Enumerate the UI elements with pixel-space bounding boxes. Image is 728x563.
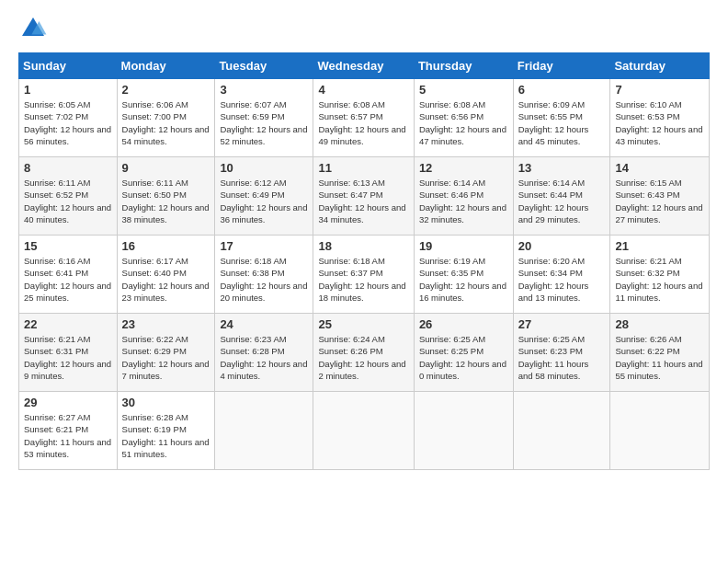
calendar-cell: 24 Sunrise: 6:23 AMSunset: 6:28 PMDaylig… xyxy=(215,314,313,392)
calendar-cell xyxy=(610,392,710,470)
calendar-cell: 5 Sunrise: 6:08 AMSunset: 6:56 PMDayligh… xyxy=(414,79,513,157)
calendar-cell: 22 Sunrise: 6:21 AMSunset: 6:31 PMDaylig… xyxy=(19,314,118,392)
calendar-cell: 26 Sunrise: 6:25 AMSunset: 6:25 PMDaylig… xyxy=(414,314,513,392)
day-number: 21 xyxy=(615,239,704,253)
day-info: Sunrise: 6:28 AMSunset: 6:19 PMDaylight:… xyxy=(122,412,210,459)
calendar-table: SundayMondayTuesdayWednesdayThursdayFrid… xyxy=(18,52,710,470)
day-info: Sunrise: 6:09 AMSunset: 6:55 PMDaylight:… xyxy=(518,99,589,146)
calendar-cell: 27 Sunrise: 6:25 AMSunset: 6:23 PMDaylig… xyxy=(513,314,610,392)
calendar-cell xyxy=(513,392,610,470)
calendar-cell: 12 Sunrise: 6:14 AMSunset: 6:46 PMDaylig… xyxy=(414,157,513,236)
day-number: 7 xyxy=(615,83,704,97)
calendar-cell: 11 Sunrise: 6:13 AMSunset: 6:47 PMDaylig… xyxy=(313,157,414,236)
calendar-cell: 4 Sunrise: 6:08 AMSunset: 6:57 PMDayligh… xyxy=(313,79,414,157)
day-number: 19 xyxy=(419,239,508,253)
weekday-header: Friday xyxy=(513,53,610,79)
day-info: Sunrise: 6:25 AMSunset: 6:23 PMDaylight:… xyxy=(518,334,589,381)
calendar-cell: 2 Sunrise: 6:06 AMSunset: 7:00 PMDayligh… xyxy=(117,79,215,157)
weekday-header: Thursday xyxy=(414,53,513,79)
day-info: Sunrise: 6:08 AMSunset: 6:57 PMDaylight:… xyxy=(318,99,405,146)
day-info: Sunrise: 6:24 AMSunset: 6:26 PMDaylight:… xyxy=(318,334,405,381)
calendar-cell xyxy=(313,392,414,470)
day-number: 11 xyxy=(318,161,408,175)
calendar-cell: 1 Sunrise: 6:05 AMSunset: 7:02 PMDayligh… xyxy=(19,79,118,157)
calendar-cell: 21 Sunrise: 6:21 AMSunset: 6:32 PMDaylig… xyxy=(610,236,710,314)
calendar-week-row: 1 Sunrise: 6:05 AMSunset: 7:02 PMDayligh… xyxy=(19,79,710,157)
day-number: 5 xyxy=(419,83,508,97)
calendar-week-row: 15 Sunrise: 6:16 AMSunset: 6:41 PMDaylig… xyxy=(19,236,710,314)
calendar-cell: 16 Sunrise: 6:17 AMSunset: 6:40 PMDaylig… xyxy=(117,236,215,314)
day-number: 4 xyxy=(318,83,408,97)
calendar-week-row: 29 Sunrise: 6:27 AMSunset: 6:21 PMDaylig… xyxy=(19,392,710,470)
day-info: Sunrise: 6:26 AMSunset: 6:22 PMDaylight:… xyxy=(615,334,702,381)
weekday-header: Monday xyxy=(117,53,215,79)
day-number: 15 xyxy=(24,239,112,253)
day-info: Sunrise: 6:11 AMSunset: 6:50 PMDaylight:… xyxy=(122,178,210,224)
day-number: 20 xyxy=(518,239,606,253)
calendar-cell: 14 Sunrise: 6:15 AMSunset: 6:43 PMDaylig… xyxy=(610,157,710,236)
calendar-cell: 17 Sunrise: 6:18 AMSunset: 6:38 PMDaylig… xyxy=(215,236,313,314)
day-number: 30 xyxy=(122,396,210,409)
calendar-header-row: SundayMondayTuesdayWednesdayThursdayFrid… xyxy=(19,53,710,79)
day-number: 1 xyxy=(24,83,112,97)
day-info: Sunrise: 6:08 AMSunset: 6:56 PMDaylight:… xyxy=(419,99,506,146)
day-number: 14 xyxy=(615,161,704,175)
day-number: 18 xyxy=(318,239,408,253)
calendar-cell: 30 Sunrise: 6:28 AMSunset: 6:19 PMDaylig… xyxy=(117,392,215,470)
day-info: Sunrise: 6:10 AMSunset: 6:53 PMDaylight:… xyxy=(615,99,702,146)
day-info: Sunrise: 6:21 AMSunset: 6:32 PMDaylight:… xyxy=(615,256,702,303)
calendar-cell: 28 Sunrise: 6:26 AMSunset: 6:22 PMDaylig… xyxy=(610,314,710,392)
calendar-cell: 10 Sunrise: 6:12 AMSunset: 6:49 PMDaylig… xyxy=(215,157,313,236)
day-info: Sunrise: 6:06 AMSunset: 7:00 PMDaylight:… xyxy=(122,99,210,146)
day-info: Sunrise: 6:11 AMSunset: 6:52 PMDaylight:… xyxy=(24,178,111,224)
day-number: 2 xyxy=(122,83,210,97)
day-number: 3 xyxy=(220,83,308,97)
calendar-cell: 18 Sunrise: 6:18 AMSunset: 6:37 PMDaylig… xyxy=(313,236,414,314)
day-info: Sunrise: 6:21 AMSunset: 6:31 PMDaylight:… xyxy=(24,334,111,381)
day-number: 29 xyxy=(24,396,112,409)
day-info: Sunrise: 6:12 AMSunset: 6:49 PMDaylight:… xyxy=(220,178,307,224)
day-number: 16 xyxy=(122,239,210,253)
day-number: 8 xyxy=(24,161,112,175)
day-info: Sunrise: 6:18 AMSunset: 6:38 PMDaylight:… xyxy=(220,256,307,303)
weekday-header: Sunday xyxy=(19,53,118,79)
day-info: Sunrise: 6:14 AMSunset: 6:46 PMDaylight:… xyxy=(419,178,506,224)
calendar-cell: 8 Sunrise: 6:11 AMSunset: 6:52 PMDayligh… xyxy=(19,157,118,236)
day-number: 26 xyxy=(419,317,508,331)
day-number: 17 xyxy=(220,239,308,253)
day-number: 25 xyxy=(318,317,408,331)
calendar-cell: 29 Sunrise: 6:27 AMSunset: 6:21 PMDaylig… xyxy=(19,392,118,470)
day-info: Sunrise: 6:14 AMSunset: 6:44 PMDaylight:… xyxy=(518,178,589,224)
calendar-cell: 3 Sunrise: 6:07 AMSunset: 6:59 PMDayligh… xyxy=(215,79,313,157)
calendar-cell xyxy=(414,392,513,470)
day-info: Sunrise: 6:20 AMSunset: 6:34 PMDaylight:… xyxy=(518,256,589,303)
day-number: 27 xyxy=(518,317,606,331)
calendar-cell: 19 Sunrise: 6:19 AMSunset: 6:35 PMDaylig… xyxy=(414,236,513,314)
day-info: Sunrise: 6:23 AMSunset: 6:28 PMDaylight:… xyxy=(220,334,307,381)
calendar-cell xyxy=(215,392,313,470)
day-info: Sunrise: 6:17 AMSunset: 6:40 PMDaylight:… xyxy=(122,256,210,303)
calendar-cell: 7 Sunrise: 6:10 AMSunset: 6:53 PMDayligh… xyxy=(610,79,710,157)
calendar-cell: 9 Sunrise: 6:11 AMSunset: 6:50 PMDayligh… xyxy=(117,157,215,236)
weekday-header: Saturday xyxy=(610,53,710,79)
day-info: Sunrise: 6:25 AMSunset: 6:25 PMDaylight:… xyxy=(419,334,506,381)
day-number: 9 xyxy=(122,161,210,175)
day-info: Sunrise: 6:27 AMSunset: 6:21 PMDaylight:… xyxy=(24,412,111,459)
day-number: 10 xyxy=(220,161,308,175)
calendar-cell: 13 Sunrise: 6:14 AMSunset: 6:44 PMDaylig… xyxy=(513,157,610,236)
day-number: 28 xyxy=(615,317,704,331)
calendar-cell: 15 Sunrise: 6:16 AMSunset: 6:41 PMDaylig… xyxy=(19,236,118,314)
calendar-week-row: 8 Sunrise: 6:11 AMSunset: 6:52 PMDayligh… xyxy=(19,157,710,236)
calendar-cell: 6 Sunrise: 6:09 AMSunset: 6:55 PMDayligh… xyxy=(513,79,610,157)
day-number: 6 xyxy=(518,83,606,97)
day-info: Sunrise: 6:16 AMSunset: 6:41 PMDaylight:… xyxy=(24,256,111,303)
day-info: Sunrise: 6:13 AMSunset: 6:47 PMDaylight:… xyxy=(318,178,405,224)
page: SundayMondayTuesdayWednesdayThursdayFrid… xyxy=(0,0,728,563)
weekday-header: Wednesday xyxy=(313,53,414,79)
day-number: 22 xyxy=(24,317,112,331)
day-number: 13 xyxy=(518,161,606,175)
day-info: Sunrise: 6:22 AMSunset: 6:29 PMDaylight:… xyxy=(122,334,210,381)
header xyxy=(18,14,710,43)
calendar-cell: 23 Sunrise: 6:22 AMSunset: 6:29 PMDaylig… xyxy=(117,314,215,392)
weekday-header: Tuesday xyxy=(215,53,313,79)
